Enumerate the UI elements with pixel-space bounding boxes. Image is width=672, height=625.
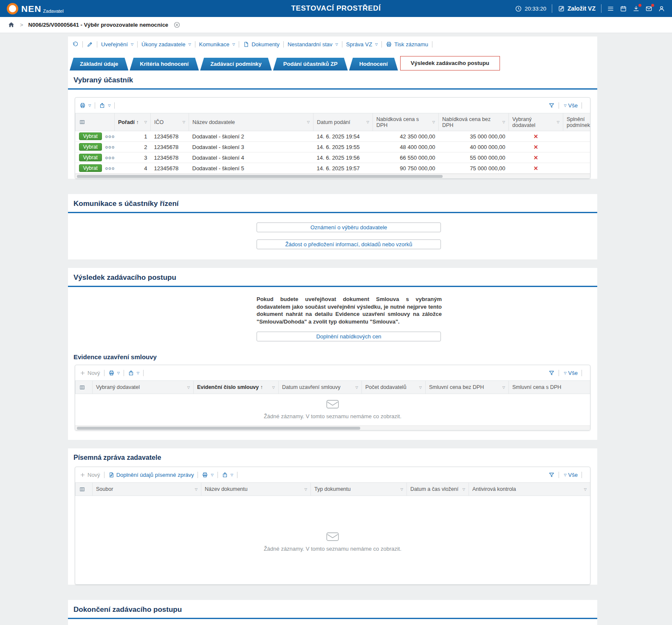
grid-export-button[interactable]: ▽: [128, 370, 139, 376]
filter-dropdown-icon[interactable]: ▽: [503, 386, 505, 389]
table-row[interactable]: Vybratooo 1 12345678 Dodavatel - školení…: [76, 131, 590, 142]
grid-show-all-button[interactable]: ▽Vše: [563, 472, 578, 478]
menu-dokumenty[interactable]: Dokumenty: [243, 41, 280, 48]
tab-zadavaci-podminky[interactable]: Zadávací podmínky: [200, 58, 272, 70]
col-header-splneni-podminek[interactable]: Splnění podmínek: [563, 113, 590, 131]
select-supplier-button[interactable]: Vybrat: [79, 154, 102, 161]
grid-filter-button[interactable]: [548, 102, 555, 109]
app-brand[interactable]: NEN Zadavatel: [7, 3, 64, 14]
col-header-smluvni-cena-bez[interactable]: Smluvní cena bez DPH▽: [426, 381, 509, 394]
record-title[interactable]: N006/25/V00005641 - Výběr provozovatele …: [28, 22, 169, 28]
col-header-smluvni-cena-s[interactable]: Smluvní cena s DPH: [509, 381, 590, 394]
doplneni-nabidkovych-cen-button[interactable]: Doplnění nabídkových cen: [257, 332, 441, 341]
horizontal-scrollbar[interactable]: [75, 174, 590, 178]
tab-vysledek-zadavaciho-postupu[interactable]: Výsledek zadávacího postupu: [400, 56, 500, 70]
filter-dropdown-icon[interactable]: ▽: [401, 487, 403, 491]
col-header-vybrany-dodavatel[interactable]: Vybraný dodavatel▽: [93, 381, 194, 394]
new-record-button[interactable]: Nový: [79, 370, 100, 376]
column-chooser-header[interactable]: [76, 113, 115, 131]
col-header-datum-vlozeni[interactable]: Datum a čas vložení▽: [407, 483, 469, 496]
tab-kriteria-hodnoceni[interactable]: Kritéria hodnocení: [130, 58, 199, 70]
profile-button[interactable]: [658, 5, 665, 12]
select-supplier-button[interactable]: Vybrat: [79, 143, 102, 151]
filter-dropdown-icon[interactable]: ▽: [503, 120, 505, 124]
edit-button[interactable]: [87, 41, 93, 48]
filter-dropdown-icon[interactable]: ▽: [557, 120, 559, 124]
col-header-evidencni-cislo[interactable]: Evidenční číslo smlouvy ↑▽: [194, 381, 279, 394]
col-header-datum-podani[interactable]: Datum podání▽: [313, 113, 373, 131]
grid-print-button[interactable]: ▽: [79, 102, 91, 109]
menu-komunikace[interactable]: Komunikace▽: [199, 41, 235, 48]
new-record-button[interactable]: Nový: [79, 472, 100, 478]
print-record-button[interactable]: Tisk záznamu: [386, 41, 428, 48]
table-row[interactable]: Vybratooo 4 12345678 Dodavatel - školení…: [76, 163, 590, 174]
select-supplier-button[interactable]: Vybrat: [79, 164, 102, 172]
filter-dropdown-icon[interactable]: ▽: [432, 120, 435, 124]
filter-dropdown-icon[interactable]: ▽: [144, 120, 147, 124]
col-header-typ-dokumentu[interactable]: Typ dokumentu▽: [311, 483, 407, 496]
menu-nestandardni-stav[interactable]: Nestandardní stav▽: [288, 41, 338, 48]
col-header-nazev-dodavatele[interactable]: Název dodavatele▽: [189, 113, 313, 131]
divider: [559, 102, 559, 109]
col-header-poradi[interactable]: Pořadí ↑▽: [115, 113, 151, 131]
filter-dropdown-icon[interactable]: ▽: [584, 487, 587, 491]
col-header-nazev-dokumentu[interactable]: Název dokumentu▽: [201, 483, 311, 496]
menu-ukony-zadavatele[interactable]: Úkony zadavatele▽: [141, 41, 191, 48]
filter-dropdown-icon[interactable]: ▽: [307, 120, 310, 124]
scrollbar-thumb[interactable]: [77, 175, 443, 178]
grid-print-button[interactable]: ▽: [108, 370, 120, 376]
calendar-button[interactable]: [620, 5, 627, 12]
table-row[interactable]: Vybratooo 2 12345678 Dodavatel - školení…: [76, 142, 590, 152]
filter-dropdown-icon[interactable]: ▽: [183, 120, 185, 124]
filter-dropdown-icon[interactable]: ▽: [367, 120, 369, 124]
cell-poradi: 4: [115, 163, 151, 174]
downloads-button[interactable]: [632, 5, 640, 12]
doplneni-udaju-button[interactable]: Doplnění údajů písemné zprávy: [108, 472, 194, 478]
tab-hodnoceni[interactable]: Hodnocení: [349, 58, 398, 70]
home-button[interactable]: [8, 21, 15, 28]
column-chooser-header[interactable]: [76, 381, 93, 394]
row-menu-button[interactable]: ooo: [105, 134, 115, 139]
select-supplier-button[interactable]: Vybrat: [79, 132, 102, 140]
zadost-o-predlozeni-button[interactable]: Žádost o předložení informací, dokladů n…: [257, 239, 441, 249]
grid-show-all-button[interactable]: ▽Vše: [563, 102, 578, 109]
filter-dropdown-icon[interactable]: ▽: [356, 386, 358, 389]
col-header-antivirova-kontrola[interactable]: Antivirová kontrola▽: [469, 483, 590, 496]
col-header-vybrany-dodavatel[interactable]: Vybraný dodavatel▽: [509, 113, 563, 131]
grid-show-all-button[interactable]: ▽Vše: [563, 370, 578, 376]
row-menu-button[interactable]: ooo: [105, 166, 115, 171]
row-menu-button[interactable]: ooo: [105, 145, 115, 149]
col-header-cena-bez-dph[interactable]: Nabídková cena bez DPH▽: [439, 113, 509, 131]
menu-uverejneni[interactable]: Uveřejnění▽: [101, 41, 133, 48]
grid-filter-button[interactable]: [548, 370, 555, 376]
col-header-datum-uzavreni[interactable]: Datum uzavření smlouvy▽: [279, 381, 362, 394]
grid-print-button[interactable]: ▽: [202, 472, 213, 478]
table-row[interactable]: Vybratooo 3 12345678 Dodavatel - školení…: [76, 152, 590, 163]
col-header-ico[interactable]: IČO▽: [151, 113, 189, 131]
filter-dropdown-icon[interactable]: ▽: [305, 487, 307, 491]
column-chooser-header[interactable]: [76, 483, 93, 496]
close-record-button[interactable]: [173, 21, 181, 28]
filter-dropdown-icon[interactable]: ▽: [187, 386, 190, 389]
col-header-cena-s-dph[interactable]: Nabídková cena s DPH▽: [373, 113, 439, 131]
horizontal-scrollbar[interactable]: [75, 425, 590, 430]
filter-dropdown-icon[interactable]: ▽: [463, 487, 465, 491]
filter-dropdown-icon[interactable]: ▽: [195, 487, 198, 491]
scrollbar-thumb[interactable]: [77, 427, 360, 430]
grid-filter-button[interactable]: [548, 472, 555, 478]
row-menu-button[interactable]: ooo: [105, 155, 115, 160]
grid-export-button[interactable]: ▽: [99, 102, 110, 109]
oznameni-o-vyberu-button[interactable]: Oznámení o výběru dodavatele: [257, 222, 441, 232]
tab-zakladni-udaje[interactable]: Základní údaje: [70, 58, 128, 70]
history-button[interactable]: [72, 41, 79, 48]
create-vz-button[interactable]: Založit VZ: [558, 5, 596, 12]
menu-sprava-vz[interactable]: Správa VZ▽: [346, 41, 378, 48]
filter-dropdown-icon[interactable]: ▽: [272, 386, 275, 389]
main-menu-button[interactable]: [607, 5, 614, 12]
messages-button[interactable]: [645, 5, 652, 12]
col-header-soubor[interactable]: Soubor▽: [93, 483, 201, 496]
filter-dropdown-icon[interactable]: ▽: [419, 386, 422, 389]
col-header-pocet-dodavatelu[interactable]: Počet dodavatelů▽: [362, 381, 426, 394]
tab-podani-ucastniku[interactable]: Podání účastníků ZP: [273, 58, 348, 70]
grid-export-button[interactable]: ▽: [222, 472, 233, 478]
